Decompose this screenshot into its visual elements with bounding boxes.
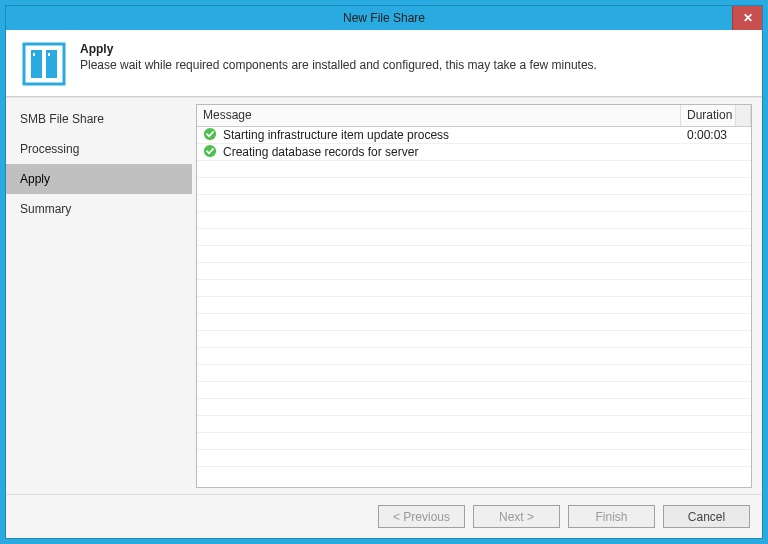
close-icon: ✕ <box>743 11 753 25</box>
column-header-duration[interactable]: Duration <box>681 105 735 126</box>
cancel-button[interactable]: Cancel <box>663 505 750 528</box>
previous-button[interactable]: < Previous <box>378 505 465 528</box>
grid-body: Starting infrastructure item update proc… <box>197 127 751 487</box>
table-row[interactable]: Creating database records for server <box>197 144 751 161</box>
sidebar-step-smb-file-share[interactable]: SMB File Share <box>6 104 192 134</box>
header-title: Apply <box>80 42 748 56</box>
svg-rect-0 <box>24 44 64 84</box>
table-row[interactable]: Starting infrastructure item update proc… <box>197 127 751 144</box>
sidebar-step-processing[interactable]: Processing <box>6 134 192 164</box>
cell-duration: 0:00:03 <box>681 128 735 142</box>
table-row-empty <box>197 195 751 212</box>
close-button[interactable]: ✕ <box>732 6 762 30</box>
next-button[interactable]: Next > <box>473 505 560 528</box>
progress-grid: Message Duration Starting infrastructure… <box>196 104 752 488</box>
sidebar-step-summary[interactable]: Summary <box>6 194 192 224</box>
message-text: Starting infrastructure item update proc… <box>223 128 449 142</box>
table-row-empty <box>197 263 751 280</box>
table-row-empty <box>197 331 751 348</box>
wizard-body: SMB File ShareProcessingApplySummary Mes… <box>6 97 762 494</box>
cell-message: Creating database records for server <box>197 144 681 161</box>
wizard-main: Message Duration Starting infrastructure… <box>192 98 762 494</box>
column-header-spacer <box>735 105 751 126</box>
title-bar: New File Share ✕ <box>6 6 762 30</box>
table-row-empty <box>197 212 751 229</box>
table-row-empty <box>197 297 751 314</box>
success-check-icon <box>203 144 217 161</box>
grid-header-row: Message Duration <box>197 105 751 127</box>
svg-rect-2 <box>46 50 57 78</box>
column-header-message[interactable]: Message <box>197 105 681 126</box>
wizard-header: Apply Please wait while required compone… <box>6 30 762 97</box>
window-title: New File Share <box>343 11 425 25</box>
wizard-footer: < Previous Next > Finish Cancel <box>6 494 762 538</box>
success-check-icon <box>203 127 217 144</box>
table-row-empty <box>197 348 751 365</box>
table-row-empty <box>197 314 751 331</box>
svg-rect-4 <box>48 53 50 56</box>
table-row-empty <box>197 416 751 433</box>
svg-rect-3 <box>33 53 35 56</box>
header-subtitle: Please wait while required components ar… <box>80 58 748 72</box>
table-row-empty <box>197 280 751 297</box>
message-text: Creating database records for server <box>223 145 418 159</box>
table-row-empty <box>197 382 751 399</box>
table-row-empty <box>197 365 751 382</box>
table-row-empty <box>197 399 751 416</box>
wizard-steps-sidebar: SMB File ShareProcessingApplySummary <box>6 98 192 494</box>
sidebar-step-apply[interactable]: Apply <box>6 164 192 194</box>
table-row-empty <box>197 178 751 195</box>
table-row-empty <box>197 433 751 450</box>
table-row-empty <box>197 161 751 178</box>
table-row-empty <box>197 229 751 246</box>
cell-message: Starting infrastructure item update proc… <box>197 127 681 144</box>
svg-rect-1 <box>31 50 42 78</box>
table-row-empty <box>197 450 751 467</box>
wizard-window: New File Share ✕ Apply Please wait while… <box>5 5 763 539</box>
finish-button[interactable]: Finish <box>568 505 655 528</box>
table-row-empty <box>197 246 751 263</box>
header-text: Apply Please wait while required compone… <box>80 40 748 72</box>
file-share-icon <box>20 40 68 88</box>
